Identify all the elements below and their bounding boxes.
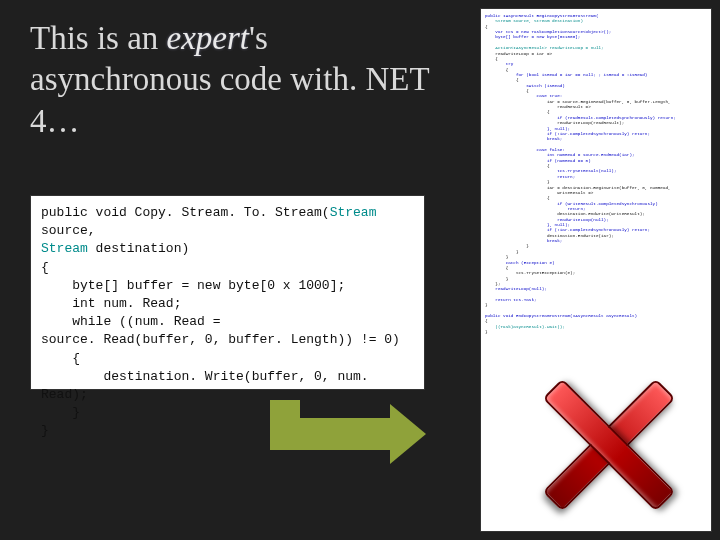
code-line: return tcs.Task; [485, 297, 537, 302]
code-line: { [485, 109, 549, 114]
title-prefix: This is an [30, 20, 167, 56]
code-line: { [485, 88, 529, 93]
code-line: writeResult => [485, 190, 593, 195]
code-line: for (bool isRead = iar == null; ; isRead… [485, 72, 647, 77]
code-line: } [41, 405, 80, 420]
code-line: } [485, 243, 529, 248]
code-line: } [485, 179, 549, 184]
code-line: readWriteLoop(readResult); [485, 120, 624, 125]
code-type: Stream [330, 205, 377, 220]
code-line: if (numRead == 0) [485, 158, 591, 163]
code-line: { [485, 318, 488, 323]
code-line: return; [485, 206, 586, 211]
code-line: public void EndCopyStreamToStream(IAsync… [485, 313, 637, 318]
code-line: if (readResult.CompletedSynchronously) r… [485, 115, 676, 120]
red-x-icon [530, 370, 680, 520]
code-line: try [485, 61, 513, 66]
code-line: if (!iar.CompletedSynchronously) return; [485, 227, 650, 232]
code-line: if (!iar.CompletedSynchronously) return; [485, 131, 650, 136]
code-line: { [485, 67, 508, 72]
code-line: } [485, 276, 508, 281]
code-line: { [485, 24, 488, 29]
code-line: public void Copy. Stream. To. Stream( [41, 205, 330, 220]
code-line: Stream source, Stream destination) [485, 18, 583, 23]
code-line: destination.EndWrite(writeResult); [485, 211, 645, 216]
code-line: int numRead = source.EndRead(iar); [485, 152, 635, 157]
code-line: int num. Read; [41, 296, 181, 311]
code-line: byte[] buffer = new byte[0x1000]; [485, 34, 580, 39]
code-line: readWriteLoop = iar => [485, 51, 552, 56]
code-line: source. Read(buffer, 0, buffer. Length))… [41, 332, 400, 347]
code-line: catch (Exception e) [485, 260, 555, 265]
code-line: { [485, 77, 519, 82]
slide-title: This is an expert's asynchronous code wi… [30, 18, 440, 142]
code-line: public IAsyncResult BeginCopyStreamToStr… [485, 13, 598, 18]
code-line: destination.EndWrite(iar); [485, 233, 614, 238]
code-line: ((Task)asyncResult).Wait(); [485, 324, 565, 329]
code-line: while ((num. Read = [41, 314, 220, 329]
code-line: } [485, 254, 508, 259]
code-line: iar = destination.BeginWrite(buffer, 0, … [485, 185, 671, 190]
code-line: case false: [485, 147, 565, 152]
code-line: destination. Write(buffer, 0, num. Read)… [41, 369, 376, 402]
code-line: byte[] buffer = new byte[0 x 1000]; [41, 278, 345, 293]
code-line: break; [485, 238, 562, 243]
code-line: { [485, 195, 549, 200]
slide: This is an expert's asynchronous code wi… [0, 0, 720, 540]
code-line: }, null); [485, 222, 570, 227]
code-type: Stream [41, 241, 88, 256]
code-line: } [485, 302, 488, 307]
arrow-head [390, 404, 426, 464]
arrow-icon [270, 400, 420, 470]
arrow-shaft [270, 418, 390, 450]
code-line: return; [485, 174, 575, 179]
code-line: break; [485, 136, 562, 141]
code-line: }; [485, 281, 500, 286]
code-line: { [485, 265, 508, 270]
code-line: { [41, 351, 80, 366]
code-line: }, null); [485, 126, 570, 131]
code-line: readWriteLoop(null); [485, 217, 609, 222]
code-line: var tcs = new TaskCompletionSource<objec… [485, 29, 611, 34]
code-line: tcs.TrySetException(e); [485, 270, 575, 275]
code-line: iar = source.BeginRead(buffer, 0, buffer… [485, 99, 671, 104]
code-line: Action<IAsyncResult> readWriteLoop = nul… [485, 45, 604, 50]
code-line: tcs.TrySetResult(null); [485, 168, 617, 173]
code-line: } [485, 329, 488, 334]
code-line: { [41, 260, 49, 275]
code-line: case true: [485, 93, 562, 98]
code-line: switch (isRead) [485, 83, 565, 88]
simple-code-box: public void Copy. Stream. To. Stream(Str… [30, 195, 425, 390]
code-line: { [485, 163, 549, 168]
code-line: if (writeResult.CompletedSynchronously) [485, 201, 658, 206]
code-line: } [41, 423, 49, 438]
code-line: destination) [88, 241, 189, 256]
title-expert-word: expert [167, 20, 249, 56]
code-line: } [485, 249, 519, 254]
code-line: readWriteLoop(null); [485, 286, 547, 291]
code-line: { [485, 56, 498, 61]
code-line: readResult => [485, 104, 591, 109]
